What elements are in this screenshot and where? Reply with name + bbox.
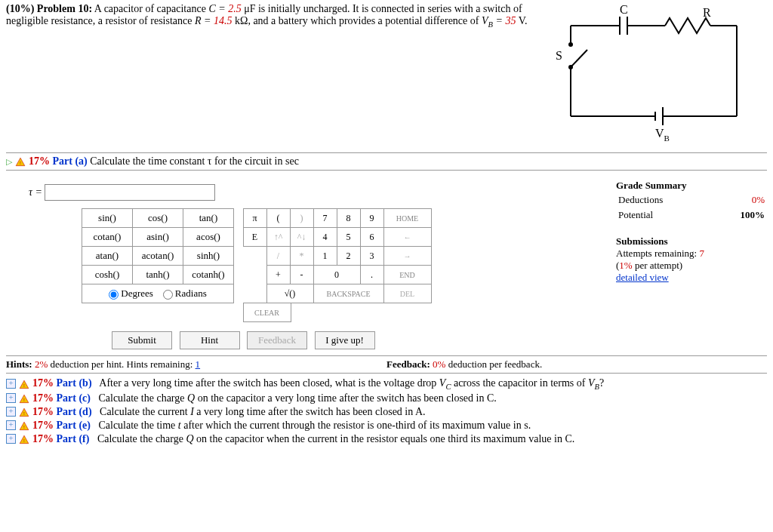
warning-icon: ! xyxy=(19,392,29,404)
minus-button[interactable]: - xyxy=(290,266,313,284)
num-6[interactable]: 6 xyxy=(360,228,383,247)
number-keypad: π ( ) 7 8 9 HOME E ↑^ ^↓ 4 5 6 xyxy=(243,208,432,322)
plus-button[interactable]: + xyxy=(266,266,290,284)
detailed-view-link[interactable]: detailed view xyxy=(616,272,669,283)
tau-label: τ = xyxy=(29,186,45,198)
num-5[interactable]: 5 xyxy=(337,228,360,247)
svg-line-1 xyxy=(571,50,587,67)
warning-icon: ! xyxy=(19,406,29,418)
num-2[interactable]: 2 xyxy=(337,247,360,266)
problem-statement: (10%) Problem 10: A capacitor of capacit… xyxy=(6,3,540,146)
sqrt-button[interactable]: √() xyxy=(266,284,313,303)
sin-button[interactable]: sin() xyxy=(82,209,133,228)
cos-button[interactable]: cos() xyxy=(133,209,183,228)
expand-icon[interactable]: ▷ xyxy=(6,157,12,167)
multiply-button[interactable]: * xyxy=(290,247,313,266)
expand-icon[interactable]: + xyxy=(6,393,16,403)
expand-icon[interactable]: + xyxy=(6,434,16,444)
num-4[interactable]: 4 xyxy=(313,228,337,247)
svg-text:!: ! xyxy=(20,160,21,166)
divide-button[interactable]: / xyxy=(266,247,290,266)
other-parts: +!17% Part (b) After a very long time af… xyxy=(6,377,767,446)
e-button[interactable]: E xyxy=(243,228,266,247)
warning-icon: ! xyxy=(19,420,29,432)
num-1[interactable]: 1 xyxy=(313,247,337,266)
expand-icon[interactable]: + xyxy=(6,407,16,417)
cosh-button[interactable]: cosh() xyxy=(82,266,133,284)
lparen-button[interactable]: ( xyxy=(266,209,290,228)
backspace-button[interactable]: BACKSPACE xyxy=(313,284,383,303)
answer-input[interactable] xyxy=(45,184,215,201)
num-7[interactable]: 7 xyxy=(313,209,337,228)
up-button[interactable]: ↑^ xyxy=(266,228,290,247)
svg-text:!: ! xyxy=(23,383,25,389)
tanh-button[interactable]: tanh() xyxy=(133,266,183,284)
rparen-button[interactable]: ) xyxy=(290,209,313,228)
acos-button[interactable]: acos() xyxy=(183,228,234,247)
cotanh-button[interactable]: cotanh() xyxy=(183,266,234,284)
svg-text:!: ! xyxy=(23,410,25,416)
grade-summary: Grade Summary Deductions0% Potential100%… xyxy=(616,180,767,284)
svg-text:C: C xyxy=(620,3,628,16)
atan-button[interactable]: atan() xyxy=(82,247,133,266)
end-button[interactable]: END xyxy=(383,266,431,284)
svg-text:!: ! xyxy=(23,423,25,429)
warning-icon: ! xyxy=(19,433,29,445)
svg-text:!: ! xyxy=(23,396,25,402)
sinh-button[interactable]: sinh() xyxy=(183,247,234,266)
submit-button[interactable]: Submit xyxy=(112,331,172,349)
svg-text:!: ! xyxy=(23,437,25,443)
clear-button[interactable]: CLEAR xyxy=(243,303,291,322)
svg-point-2 xyxy=(569,66,572,69)
tan-button[interactable]: tan() xyxy=(183,209,234,228)
cotan-button[interactable]: cotan() xyxy=(82,228,133,247)
radians-radio[interactable]: Radians xyxy=(163,288,207,299)
function-keypad: sin()cos()tan() cotan()asin()acos() atan… xyxy=(82,208,234,303)
home-button[interactable]: HOME xyxy=(383,209,431,228)
svg-text:S: S xyxy=(556,49,562,62)
giveup-button[interactable]: I give up! xyxy=(315,331,375,349)
warning-icon: ! xyxy=(15,155,26,168)
acotan-button[interactable]: acotan() xyxy=(133,247,183,266)
num-3[interactable]: 3 xyxy=(360,247,383,266)
left-button[interactable]: ← xyxy=(383,228,431,247)
dot-button[interactable]: . xyxy=(360,266,383,284)
num-0[interactable]: 0 xyxy=(313,266,360,284)
expand-icon[interactable]: + xyxy=(6,379,16,389)
hints-feedback-bar: Hints: 2% deduction per hint. Hints rema… xyxy=(6,355,767,374)
part-a-header: ▷ ! 17% Part (a) Calculate the time cons… xyxy=(6,152,767,171)
pi-button[interactable]: π xyxy=(243,209,266,228)
num-9[interactable]: 9 xyxy=(360,209,383,228)
expand-icon[interactable]: + xyxy=(6,420,16,430)
feedback-button[interactable]: Feedback xyxy=(247,331,307,349)
down-button[interactable]: ^↓ xyxy=(290,228,313,247)
svg-text:R: R xyxy=(703,6,711,19)
asin-button[interactable]: asin() xyxy=(133,228,183,247)
hint-button[interactable]: Hint xyxy=(180,331,240,349)
degrees-radio[interactable]: Degrees xyxy=(109,288,153,299)
svg-text:VB: VB xyxy=(655,127,670,143)
warning-icon: ! xyxy=(19,378,29,390)
right-button[interactable]: → xyxy=(383,247,431,266)
circuit-diagram: S C R VB xyxy=(540,3,767,146)
num-8[interactable]: 8 xyxy=(337,209,360,228)
del-button[interactable]: DEL xyxy=(383,284,431,303)
